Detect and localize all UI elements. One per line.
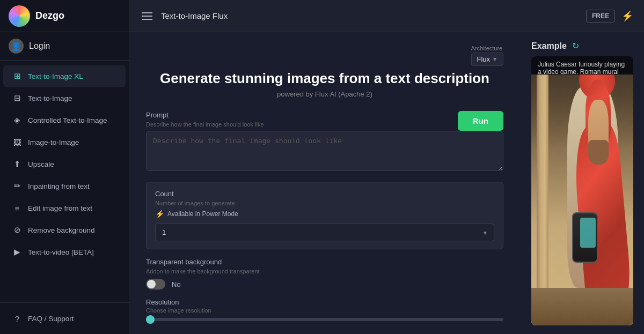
hero-title: Generate stunning images from a text des… bbox=[146, 70, 503, 87]
sidebar-item-label: Controlled Text-to-Image bbox=[28, 116, 107, 124]
hero-subtitle: powered by Flux AI (Apache 2) bbox=[146, 90, 503, 98]
sidebar-item-label: Remove background bbox=[28, 226, 95, 234]
resolution-label: Resolution bbox=[146, 298, 503, 306]
sidebar-item-inpainting-from-text[interactable]: ✏ Inpainting from text bbox=[3, 175, 126, 197]
sidebar-item-label: Text-to-video [BETA] bbox=[28, 248, 94, 256]
topbar-right: FREE ⚡ bbox=[586, 10, 633, 23]
video-icon: ▶ bbox=[12, 247, 23, 257]
power-icon: ⚡ bbox=[155, 210, 164, 218]
prompt-label: Prompt bbox=[146, 111, 503, 119]
topbar-left: Text-to-Image Flux bbox=[140, 10, 228, 22]
prompt-section: Run Prompt Describe how the final image … bbox=[146, 111, 503, 173]
prompt-textarea[interactable] bbox=[146, 131, 503, 171]
example-image bbox=[531, 75, 633, 325]
sidebar-item-image-to-image[interactable]: 🖼 Image-to-Image bbox=[3, 131, 126, 153]
count-label: Count bbox=[155, 190, 494, 198]
lightning-button[interactable]: ⚡ bbox=[621, 10, 633, 22]
architecture-label: Architecture bbox=[471, 45, 503, 51]
prompt-hint: Describe how the final image should look… bbox=[146, 121, 503, 128]
sidebar-item-remove-background[interactable]: ⊘ Remove background bbox=[3, 219, 126, 241]
logo-area[interactable]: Dezgo bbox=[0, 0, 129, 32]
hamburger-button[interactable] bbox=[140, 10, 155, 22]
help-icon: ? bbox=[12, 313, 23, 324]
login-label: Login bbox=[29, 41, 50, 51]
topbar: Text-to-Image Flux FREE ⚡ bbox=[129, 0, 644, 32]
content-area: Architecture Flux ▼ Generate stunning im… bbox=[129, 32, 644, 334]
transparent-background-section: Transparent background Addon to make the… bbox=[146, 258, 503, 290]
free-badge: FREE bbox=[586, 10, 615, 23]
count-select[interactable]: 1 2 3 4 bbox=[155, 224, 494, 241]
toggle-knob bbox=[147, 280, 156, 288]
architecture-chevron-icon: ▼ bbox=[492, 56, 497, 62]
resolution-hint: Choose image resolution bbox=[146, 307, 503, 314]
logo-icon bbox=[9, 5, 30, 27]
count-select-wrapper: 1 2 3 4 bbox=[155, 224, 494, 241]
sidebar: Dezgo 👤 Login ⊞ Text-to-Image XL ⊟ Text-… bbox=[0, 0, 129, 334]
toggle-row: No bbox=[146, 279, 503, 290]
sidebar-item-edit-image-from-text[interactable]: ≡ Edit image from text bbox=[3, 197, 126, 219]
transparent-bg-label: Transparent background bbox=[146, 258, 503, 266]
sidebar-item-faq-support[interactable]: ? FAQ / Support bbox=[3, 308, 126, 329]
resolution-slider-track bbox=[146, 318, 503, 321]
count-section: Count Number of images to generate ⚡ Ava… bbox=[146, 182, 503, 249]
sidebar-item-text-to-image-xl[interactable]: ⊞ Text-to-Image XL bbox=[3, 65, 126, 87]
toggle-label: No bbox=[172, 280, 181, 288]
count-hint: Number of images to generate bbox=[155, 200, 494, 206]
sidebar-item-controlled-text-to-image[interactable]: ◈ Controlled Text-to-Image bbox=[3, 109, 126, 131]
architecture-section: Architecture Flux ▼ bbox=[471, 45, 503, 66]
game-screen bbox=[580, 218, 596, 248]
transparent-toggle[interactable] bbox=[146, 279, 165, 290]
page-title: Text-to-Image Flux bbox=[161, 11, 228, 20]
power-mode-text: Available in Power Mode bbox=[167, 210, 238, 218]
sidebar-item-text-to-image[interactable]: ⊟ Text-to-Image bbox=[3, 87, 126, 109]
sidebar-item-label: FAQ / Support bbox=[28, 315, 74, 323]
logo-text: Dezgo bbox=[35, 10, 64, 21]
run-button[interactable]: Run bbox=[458, 111, 503, 131]
remove-bg-icon: ⊘ bbox=[12, 225, 23, 235]
beard-area bbox=[588, 140, 609, 165]
inpaint-icon: ✏ bbox=[12, 181, 23, 191]
sidebar-item-label: Text-to-Image bbox=[28, 94, 72, 102]
example-header: Example ↻ bbox=[531, 41, 633, 51]
power-mode-banner: ⚡ Available in Power Mode bbox=[155, 210, 494, 218]
edit-icon: ≡ bbox=[12, 203, 23, 213]
sidebar-item-label: Upscale bbox=[28, 160, 54, 168]
main-area: Text-to-Image Flux FREE ⚡ Architecture F… bbox=[129, 0, 644, 334]
architecture-dropdown[interactable]: Flux ▼ bbox=[471, 53, 503, 66]
sidebar-item-text-to-video[interactable]: ▶ Text-to-video [BETA] bbox=[3, 241, 126, 263]
sidebar-item-upscale[interactable]: ⬆ Upscale bbox=[3, 153, 126, 175]
image-icon: 🖼 bbox=[12, 137, 23, 147]
refresh-icon[interactable]: ↻ bbox=[572, 41, 579, 51]
sidebar-item-label: Text-to-Image XL bbox=[28, 72, 83, 80]
sidebar-footer: ? FAQ / Support bbox=[0, 302, 129, 334]
sidebar-item-label: Edit image from text bbox=[28, 204, 92, 212]
grid-icon: ⊞ bbox=[12, 71, 23, 81]
grid-icon-2: ⊟ bbox=[12, 93, 23, 103]
transparent-bg-hint: Addon to make the background transparent bbox=[146, 268, 503, 274]
resolution-slider-thumb[interactable] bbox=[146, 315, 155, 324]
login-button[interactable]: 👤 Login bbox=[0, 32, 129, 61]
example-image-container: Julius Caesar furiously playing a video … bbox=[531, 56, 633, 325]
sidebar-item-label: Inpainting from text bbox=[28, 182, 90, 190]
example-title: Example bbox=[531, 41, 567, 51]
sidebar-item-label: Image-to-Image bbox=[28, 138, 79, 146]
control-icon: ◈ bbox=[12, 115, 23, 125]
stone-floor bbox=[531, 288, 633, 325]
prompt-field-group: Prompt Describe how the final image shou… bbox=[146, 111, 503, 173]
right-panel: Example ↻ Julius Caesar furiously playin… bbox=[521, 32, 644, 334]
architecture-value: Flux bbox=[477, 55, 491, 63]
resolution-section: Resolution Choose image resolution bbox=[146, 298, 503, 321]
upscale-icon: ⬆ bbox=[12, 159, 23, 169]
sidebar-nav: ⊞ Text-to-Image XL ⊟ Text-to-Image ◈ Con… bbox=[0, 61, 129, 302]
left-panel: Architecture Flux ▼ Generate stunning im… bbox=[129, 32, 521, 334]
account-icon: 👤 bbox=[9, 39, 24, 54]
